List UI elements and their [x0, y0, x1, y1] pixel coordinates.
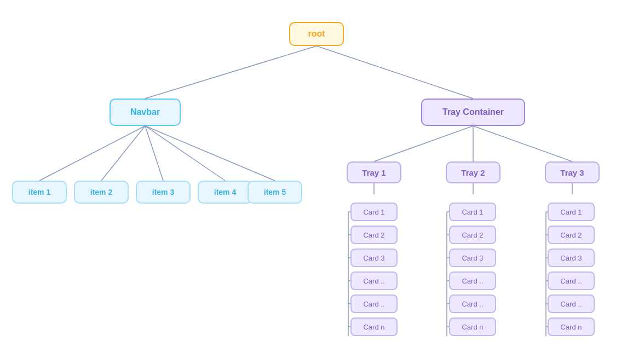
tray-container-node[interactable]: Tray Container — [421, 99, 525, 126]
tray-1-node[interactable]: Tray 1 — [347, 161, 401, 183]
navbar-item-1[interactable]: item 1 — [12, 181, 67, 204]
tray-3-node[interactable]: Tray 3 — [545, 161, 600, 183]
tray1-card-1[interactable]: Card 1 — [350, 203, 398, 221]
svg-line-3 — [101, 126, 145, 181]
navbar-item-3[interactable]: item 3 — [136, 181, 191, 204]
tray1-card-2[interactable]: Card 2 — [350, 226, 398, 244]
svg-line-0 — [145, 46, 316, 99]
tray2-card-5[interactable]: Card .. — [449, 294, 496, 313]
tray-1-label: Tray 1 — [362, 168, 385, 177]
item-4-label: item 4 — [214, 188, 236, 197]
tray1-card-3[interactable]: Card 3 — [350, 249, 398, 267]
svg-line-4 — [145, 126, 163, 181]
svg-line-6 — [145, 126, 275, 181]
root-node[interactable]: root — [289, 22, 344, 46]
svg-line-7 — [374, 126, 473, 161]
navbar-node[interactable]: Navbar — [110, 99, 181, 126]
tray-3-label: Tray 3 — [560, 168, 584, 177]
tray3-card-1[interactable]: Card 1 — [548, 203, 595, 221]
item-5-label: item 5 — [264, 188, 286, 197]
svg-line-5 — [145, 126, 225, 181]
svg-line-1 — [316, 46, 473, 99]
tray2-card-1[interactable]: Card 1 — [449, 203, 496, 221]
svg-line-2 — [39, 126, 145, 181]
item-1-label: item 1 — [28, 188, 50, 197]
tray3-card-4[interactable]: Card .. — [548, 271, 595, 290]
tray2-card-6[interactable]: Card n — [449, 317, 496, 336]
tray-2-node[interactable]: Tray 2 — [446, 161, 500, 183]
item-3-label: item 3 — [152, 188, 174, 197]
item-2-label: item 2 — [90, 188, 112, 197]
tray3-card-3[interactable]: Card 3 — [548, 249, 595, 267]
tray1-card-5[interactable]: Card .. — [350, 294, 398, 313]
tray3-card-5[interactable]: Card .. — [548, 294, 595, 313]
tray-2-label: Tray 2 — [461, 168, 485, 177]
navbar-item-2[interactable]: item 2 — [74, 181, 129, 204]
svg-line-9 — [473, 126, 572, 161]
tray1-card-4[interactable]: Card .. — [350, 271, 398, 290]
tray3-card-2[interactable]: Card 2 — [548, 226, 595, 244]
tray-container-label: Tray Container — [442, 107, 504, 117]
tray2-card-3[interactable]: Card 3 — [449, 249, 496, 267]
navbar-item-4[interactable]: item 4 — [198, 181, 252, 204]
tray2-card-4[interactable]: Card .. — [449, 271, 496, 290]
tray3-card-6[interactable]: Card n — [548, 317, 595, 336]
navbar-item-5[interactable]: item 5 — [248, 181, 302, 204]
root-label: root — [308, 29, 325, 39]
navbar-label: Navbar — [130, 107, 160, 117]
tray1-card-6[interactable]: Card n — [350, 317, 398, 336]
tray2-card-2[interactable]: Card 2 — [449, 226, 496, 244]
